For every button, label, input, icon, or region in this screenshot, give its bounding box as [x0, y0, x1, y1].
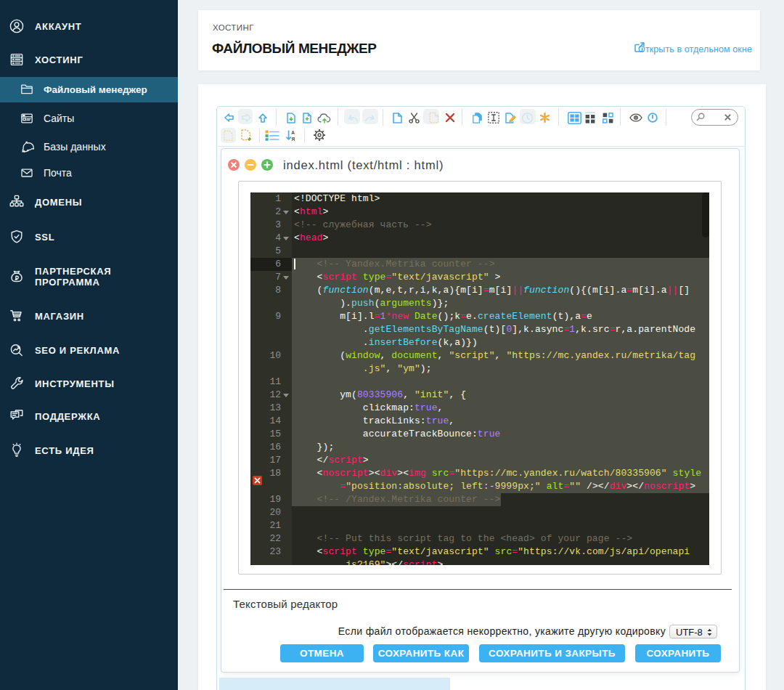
svg-text:A: A	[291, 130, 295, 135]
svg-text:Я: Я	[291, 136, 295, 140]
